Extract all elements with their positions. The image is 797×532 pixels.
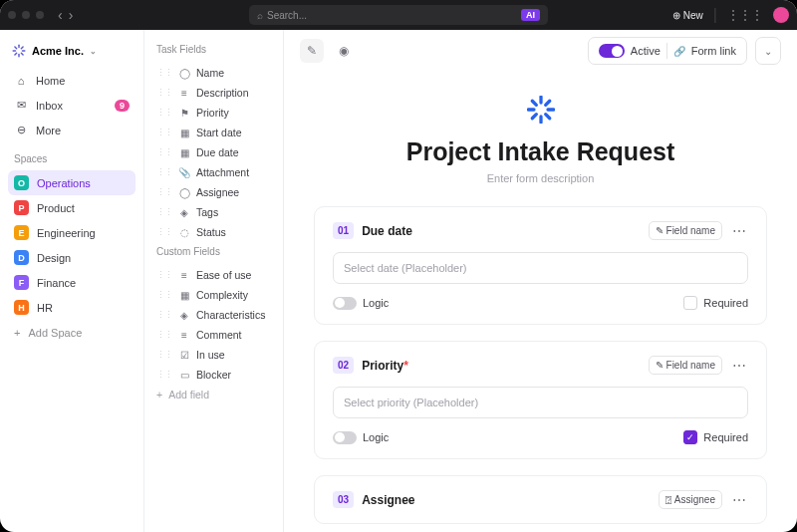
field-palette-item[interactable]: ⋮⋮▦Complexity [152, 285, 275, 305]
field-palette-item[interactable]: ⋮⋮◈Tags [152, 202, 275, 222]
sidebar-space-item[interactable]: DDesign [8, 245, 135, 270]
card-number-badge: 03 [333, 491, 354, 508]
svg-line-15 [545, 101, 549, 105]
nav-back-icon[interactable]: ‹ [58, 7, 63, 23]
traffic-light-max[interactable] [36, 11, 44, 19]
card-title[interactable]: Priority* [362, 359, 408, 373]
apps-grid-icon[interactable]: ⋮⋮⋮ [727, 8, 763, 22]
svg-line-7 [21, 47, 23, 49]
field-palette-item[interactable]: ⋮⋮📎Attachment [152, 162, 275, 182]
svg-line-13 [545, 115, 549, 119]
nav-forward-icon[interactable]: › [69, 7, 74, 23]
field-palette-item[interactable]: ⋮⋮◯Assignee [152, 182, 275, 202]
card-title[interactable]: Due date [362, 224, 412, 238]
drag-grip-icon: ⋮⋮ [156, 310, 172, 320]
sidebar-space-item[interactable]: FFinance [8, 270, 135, 295]
active-toggle[interactable] [599, 44, 625, 58]
field-palette-item[interactable]: ⋮⋮⚑Priority [152, 103, 275, 123]
card-input-placeholder[interactable]: Select date (Placeholder) [333, 252, 748, 284]
form-options-dropdown[interactable]: ⌄ [755, 37, 781, 65]
field-label: Priority [196, 107, 229, 119]
form-link-label[interactable]: Form link [691, 45, 736, 57]
required-label: Required [703, 431, 748, 443]
form-field-card[interactable]: 01 Due date ✎Field name ⋯ Select date (P… [314, 206, 767, 325]
required-checkbox[interactable]: ✓ [683, 430, 697, 444]
field-palette-item[interactable]: ⋮⋮≡Comment [152, 325, 275, 345]
field-palette-item[interactable]: ⋮⋮≡Description [152, 83, 275, 103]
drag-grip-icon: ⋮⋮ [156, 370, 172, 380]
user-avatar[interactable] [773, 7, 789, 23]
svg-line-6 [15, 53, 17, 55]
field-map-tag[interactable]: ✎Field name [649, 356, 722, 375]
space-badge: D [14, 250, 29, 265]
card-more-icon[interactable]: ⋯ [730, 492, 748, 508]
field-map-tag[interactable]: ✎Field name [649, 221, 722, 240]
divider [666, 43, 667, 59]
logic-toggle[interactable] [333, 431, 357, 444]
field-palette-item[interactable]: ⋮⋮▦Due date [152, 142, 275, 162]
nav-inbox[interactable]: ✉Inbox9 [8, 94, 135, 117]
field-palette-item[interactable]: ⋮⋮◈Characteristics [152, 305, 275, 325]
required-checkbox[interactable] [683, 296, 697, 310]
inbox-count-badge: 9 [115, 100, 130, 112]
field-palette-item[interactable]: ⋮⋮▭Blocker [152, 365, 275, 385]
field-type-icon: ≡ [178, 330, 190, 341]
new-button[interactable]: ⊕ New [672, 10, 703, 21]
pencil-icon: ✎ [656, 225, 664, 236]
field-label: Tags [196, 206, 218, 218]
field-type-icon: ≡ [178, 270, 190, 281]
form-builder-canvas: Project Intake Request Enter form descri… [284, 72, 797, 532]
field-palette-item[interactable]: ⋮⋮◯Name [152, 63, 275, 83]
drag-grip-icon: ⋮⋮ [156, 147, 172, 157]
traffic-light-close[interactable] [8, 11, 16, 19]
active-formlink-group: Active 🔗 Form link [588, 37, 747, 65]
form-description-placeholder[interactable]: Enter form description [487, 172, 595, 184]
edit-button[interactable]: ✎ [300, 39, 324, 63]
drag-grip-icon: ⋮⋮ [156, 330, 172, 340]
traffic-light-min[interactable] [22, 11, 30, 19]
field-type-icon: ◯ [178, 187, 190, 198]
field-palette-item[interactable]: ⋮⋮◌Status [152, 222, 275, 242]
nav-more[interactable]: ⊖More [8, 119, 135, 141]
sidebar-space-item[interactable]: OOperations [8, 170, 135, 195]
field-palette-item[interactable]: ⋮⋮▦Start date [152, 123, 275, 142]
form-field-card[interactable]: 02 Priority* ✎Field name ⋯ Select priori… [314, 341, 767, 459]
logic-toggle[interactable] [333, 297, 357, 310]
eye-icon: ◉ [339, 44, 349, 58]
nav-home[interactable]: ⌂Home [8, 70, 135, 92]
space-label: Engineering [37, 227, 96, 239]
card-more-icon[interactable]: ⋯ [730, 358, 748, 374]
link-icon: 🔗 [673, 46, 685, 57]
add-space-button[interactable]: +Add Space [8, 322, 135, 344]
search-placeholder: Search... [267, 10, 307, 21]
field-type-icon: ≡ [178, 88, 190, 99]
ai-badge[interactable]: AI [521, 9, 540, 21]
sidebar-space-item[interactable]: PProduct [8, 195, 135, 220]
drag-grip-icon: ⋮⋮ [156, 128, 172, 137]
sidebar-space-item[interactable]: HHR [8, 295, 135, 320]
card-title[interactable]: Assignee [362, 493, 414, 507]
form-field-card[interactable]: 03 Assignee ⍰Assignee ⋯ [314, 475, 767, 524]
space-label: HR [37, 302, 53, 314]
sidebar-space-item[interactable]: EEngineering [8, 220, 135, 245]
card-input-placeholder[interactable]: Select priority (Placeholder) [333, 387, 748, 418]
card-more-icon[interactable]: ⋯ [730, 223, 748, 239]
workspace-switcher[interactable]: Acme Inc. ⌄ [8, 40, 135, 68]
field-type-icon: ◌ [178, 227, 190, 238]
task-fields-heading: Task Fields [152, 40, 275, 63]
field-palette-item[interactable]: ⋮⋮≡Ease of use [152, 265, 275, 285]
field-map-tag[interactable]: ⍰Assignee [659, 490, 722, 509]
workspace-logo-icon [12, 44, 26, 58]
field-type-icon: ☑ [178, 350, 190, 361]
add-field-button[interactable]: +Add field [152, 385, 275, 404]
form-title[interactable]: Project Intake Request [406, 137, 675, 166]
field-label: In use [196, 349, 225, 361]
drag-grip-icon: ⋮⋮ [156, 108, 172, 118]
nav-home-label: Home [36, 75, 65, 87]
global-search[interactable]: ⌕ Search... AI [249, 5, 548, 25]
workspace-name: Acme Inc. [32, 45, 84, 57]
field-palette-item[interactable]: ⋮⋮☑In use [152, 345, 275, 365]
preview-button[interactable]: ◉ [332, 39, 356, 63]
drag-grip-icon: ⋮⋮ [156, 167, 172, 177]
card-number-badge: 01 [333, 222, 354, 239]
